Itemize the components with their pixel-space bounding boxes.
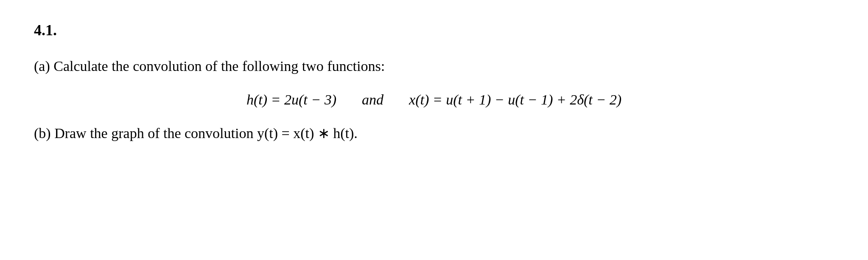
part-b-label: (b) <box>34 125 51 141</box>
page-container: 4.1. (a) Calculate the convolution of th… <box>0 0 868 164</box>
part-b-text: (b) Draw the graph of the convolution y(… <box>34 123 834 144</box>
part-a-content: Calculate the convolution of the followi… <box>53 58 385 74</box>
x-expression: x(t) = u(t + 1) − u(t − 1) + 2δ(t − 2) <box>409 92 622 108</box>
part-a-text: (a) Calculate the convolution of the fol… <box>34 56 834 76</box>
part-a-label: (a) <box>34 58 50 74</box>
and-conjunction: and <box>362 92 384 108</box>
part-b-content: Draw the graph of the convolution y(t) =… <box>54 125 358 141</box>
h-expression: h(t) = 2u(t − 3) <box>246 92 336 108</box>
math-equations-line: h(t) = 2u(t − 3) and x(t) = u(t + 1) − u… <box>34 92 834 108</box>
problem-number: 4.1. <box>34 21 834 39</box>
